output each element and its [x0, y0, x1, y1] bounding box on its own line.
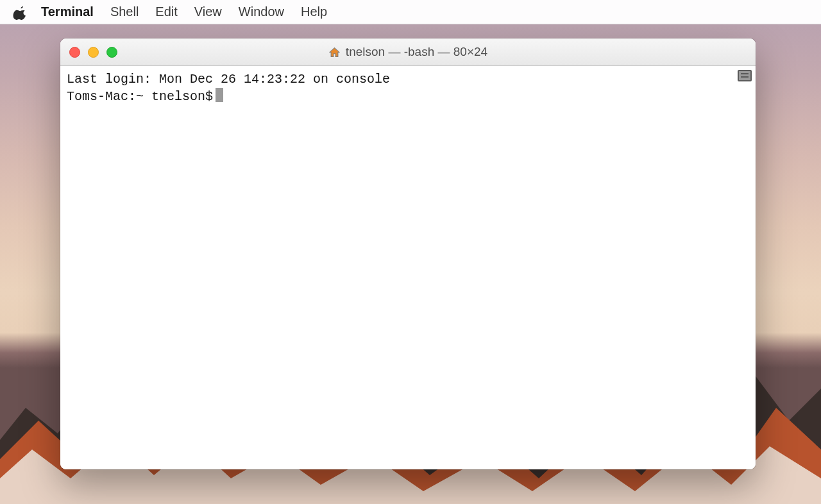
window-title: tnelson — -bash — 80×24 [60, 45, 756, 59]
menu-shell[interactable]: Shell [110, 4, 139, 19]
menu-edit[interactable]: Edit [155, 4, 177, 19]
menu-view[interactable]: View [194, 4, 222, 19]
scrollbar-icon[interactable] [738, 70, 752, 81]
terminal-window: tnelson — -bash — 80×24 Last login: Mon … [60, 38, 756, 469]
minimize-button[interactable] [88, 47, 99, 58]
home-folder-icon [328, 47, 341, 58]
macos-menubar: Terminal Shell Edit View Window Help [0, 0, 821, 24]
window-titlebar[interactable]: tnelson — -bash — 80×24 [60, 38, 756, 66]
zoom-button[interactable] [106, 47, 117, 58]
terminal-body[interactable]: Last login: Mon Dec 26 14:23:22 on conso… [60, 66, 756, 469]
window-controls [69, 47, 117, 58]
terminal-prompt: Toms-Mac:~ tnelson$ [67, 89, 213, 104]
menu-help[interactable]: Help [301, 4, 327, 19]
terminal-output-line: Last login: Mon Dec 26 14:23:22 on conso… [67, 71, 749, 88]
window-title-text: tnelson — -bash — 80×24 [346, 45, 487, 59]
close-button[interactable] [69, 47, 80, 58]
apple-menu-icon[interactable] [13, 4, 27, 20]
terminal-cursor [216, 88, 223, 102]
terminal-prompt-line: Toms-Mac:~ tnelson$ [67, 88, 749, 105]
menubar-app-name[interactable]: Terminal [41, 4, 94, 19]
menu-window[interactable]: Window [239, 4, 284, 19]
